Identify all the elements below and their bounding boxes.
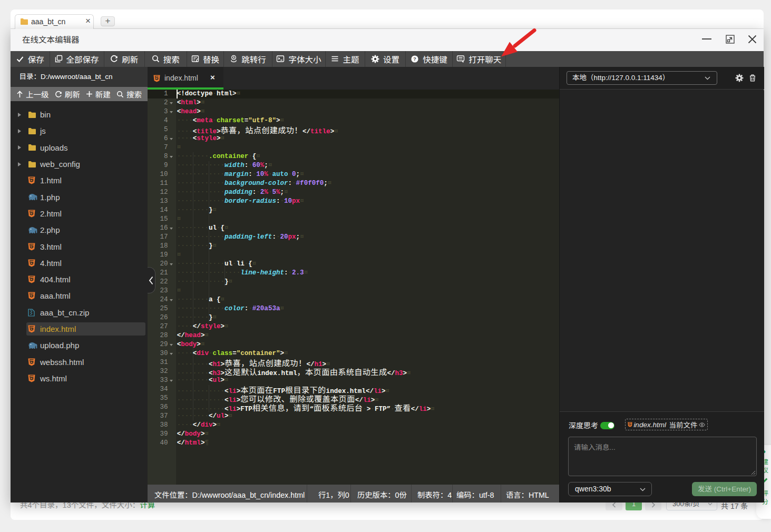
svg-text:?: ? [413, 56, 416, 62]
